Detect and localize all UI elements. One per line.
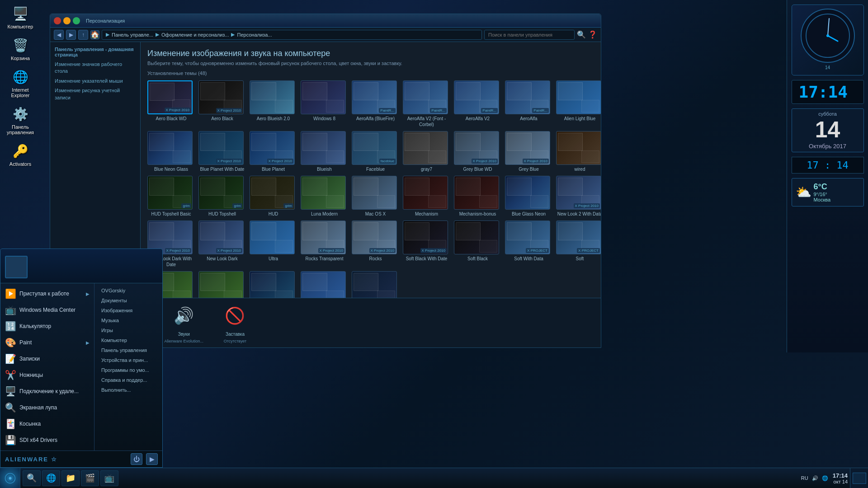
taskbar-item-media[interactable]: 🎬 bbox=[81, 470, 99, 486]
installed-themes-label: Установленные темы (48) bbox=[147, 70, 594, 76]
taskbar-clock[interactable]: 17:14 окт 14 bbox=[833, 472, 850, 484]
theme-item-aero-black[interactable]: X Project 2010 Aero Black bbox=[198, 80, 246, 127]
theme-item-blue-planet-date[interactable]: X Project 2010 Blue Planet With Date bbox=[198, 131, 246, 172]
sidebar-link-account[interactable]: Изменение рисунка учетной записи bbox=[55, 87, 136, 101]
sidebar-link-icons[interactable]: Изменение значков рабочего стола bbox=[55, 61, 136, 75]
theme-item-new-look-dark[interactable]: X Project 2010 New Look Dark bbox=[198, 221, 246, 267]
arrow-button[interactable]: ▶ bbox=[146, 453, 158, 465]
start-right-item-0[interactable]: OVGorskiy bbox=[99, 286, 158, 296]
theme-item-luna-modern[interactable]: Luna Modern bbox=[301, 176, 348, 217]
start-right-item-9[interactable]: Справка и поддер... bbox=[99, 375, 158, 385]
theme-item-blueish[interactable]: Blueish bbox=[301, 131, 348, 172]
start-item-solitaire[interactable]: 🃏 Косынка bbox=[0, 416, 94, 432]
theme-item-grey-blue[interactable]: X Project 2010 Grey Blue bbox=[505, 131, 552, 172]
desktop-icon-computer[interactable]: 🖥️ Компьютер bbox=[2, 5, 38, 29]
taskbar-item-explorer[interactable]: 📁 bbox=[61, 470, 80, 486]
theme-item-windows8-rtm-black[interactable]: Windows 8 RTM Black bbox=[352, 271, 399, 298]
home-icon[interactable]: 🏠 bbox=[90, 30, 99, 39]
desktop-icon-activators[interactable]: 🔑 Activators bbox=[2, 142, 38, 167]
start-right-item-3[interactable]: Музыка bbox=[99, 315, 158, 325]
theme-item-windows8[interactable]: Windows 8 bbox=[301, 80, 348, 127]
theme-item-rocks-transparent[interactable]: X Project 2010 Rocks Transparent bbox=[301, 221, 348, 267]
theme-item-aeroalfa-v2[interactable]: PaintR... AeroAlfa V2 bbox=[454, 80, 501, 127]
theme-name-wired: wired bbox=[556, 166, 601, 172]
up-button[interactable]: ↑ bbox=[78, 30, 88, 40]
theme-item-aeroalfa-v2-font[interactable]: PaintR... AeroAlfa V2 (Font - Corbel) bbox=[403, 80, 450, 127]
theme-item-mechanism[interactable]: Mechanism bbox=[403, 176, 450, 217]
start-item-start-work[interactable]: ▶️ Приступая к работе ▶ bbox=[0, 286, 94, 302]
help-icon[interactable]: ❓ bbox=[588, 30, 597, 39]
theme-item-alien-light-blue[interactable]: Alien Light Blue bbox=[556, 80, 601, 127]
desktop-icon-control[interactable]: ⚙️ Панель управления bbox=[2, 105, 38, 135]
back-button[interactable]: ◀ bbox=[54, 30, 64, 40]
search-icon[interactable]: 🔍 bbox=[577, 30, 586, 39]
theme-item-aero-black-wd[interactable]: X Project 2010 Aero Black WD bbox=[147, 80, 195, 127]
theme-item-soft[interactable]: X PROJECT Soft bbox=[556, 221, 601, 267]
start-item-calc[interactable]: 🔢 Калькулятор bbox=[0, 318, 94, 334]
taskbar-item-wmc[interactable]: 📺 bbox=[100, 470, 118, 486]
start-right-item-1[interactable]: Документы bbox=[99, 296, 158, 305]
window-close-button[interactable] bbox=[54, 17, 61, 24]
start-item-notes[interactable]: 📝 Записки bbox=[0, 351, 94, 367]
start-item-rdp[interactable]: 🖥️ Подключение к удале... bbox=[0, 383, 94, 399]
power-button[interactable]: ⏻ bbox=[131, 453, 142, 465]
theme-name-grey-blue: Grey Blue bbox=[505, 166, 552, 172]
search-input[interactable] bbox=[484, 30, 575, 40]
theme-item-hud-topshell-basic[interactable]: grim HUD Topshell Basic bbox=[147, 176, 195, 217]
sdi-icon: 💾 bbox=[5, 435, 16, 446]
theme-item-hud[interactable]: grim HUD bbox=[250, 176, 297, 217]
start-right-item-10[interactable]: Выполнить... bbox=[99, 385, 158, 395]
theme-item-new-look2-date[interactable]: X Project 2010 New Look 2 With Data bbox=[556, 176, 601, 217]
theme-item-spring[interactable]: X Project 2010 Spring bbox=[198, 271, 246, 298]
start-item-paint[interactable]: 🎨 Paint ▶ bbox=[0, 334, 94, 351]
window-maximize-button[interactable] bbox=[73, 17, 80, 24]
window-minimize-button[interactable] bbox=[63, 17, 71, 24]
theme-item-hud-topshell[interactable]: grim HUD Topshell bbox=[198, 176, 246, 217]
desktop-icon-ie[interactable]: 🌐 Internet Explorer bbox=[2, 68, 38, 98]
forward-button[interactable]: ▶ bbox=[66, 30, 76, 40]
theme-item-faceblue[interactable]: faceblue Faceblue bbox=[352, 131, 399, 172]
theme-item-sub-zero-sapphire[interactable]: Sub Zero Sapphire bbox=[250, 271, 297, 298]
theme-item-rocks[interactable]: X Project 2010 Rocks bbox=[352, 221, 399, 267]
theme-item-aero-blueish[interactable]: Aero Blueish 2.0 bbox=[250, 80, 297, 127]
theme-item-soft-with-data[interactable]: X PROJECT Soft With Data bbox=[505, 221, 552, 267]
start-right-item-2[interactable]: Изображения bbox=[99, 305, 158, 315]
theme-item-blue-planet[interactable]: X Project 2010 Blue Planet bbox=[250, 131, 297, 172]
network-tray-icon[interactable]: 🌐 bbox=[822, 475, 828, 481]
theme-item-blue-neon-glass[interactable]: Blue Neon Glass bbox=[147, 131, 195, 172]
start-item-sdi[interactable]: 💾 SDI x64 Drivers bbox=[0, 432, 94, 448]
start-item-magnifier[interactable]: 🔍 Экранная лупа bbox=[0, 399, 94, 416]
theme-item-windows10-theme1[interactable]: Windows 10 Theme 1 bbox=[301, 271, 348, 298]
theme-item-aeroalfa-bluefire[interactable]: PaintR... AeroAlfa (BlueFire) bbox=[352, 80, 399, 127]
theme-item-ultra[interactable]: Ultra bbox=[250, 221, 297, 267]
theme-thumb-soft-black-date: X Project 2010 bbox=[403, 221, 448, 254]
theme-item-gray7[interactable]: gray7 bbox=[403, 131, 450, 172]
start-right-item-8[interactable]: Программы по умо... bbox=[99, 365, 158, 375]
calc-label: Калькулятор bbox=[19, 323, 51, 329]
address-bar: ◀ ▶ ↑ 🏠 ▶ Панель управле... ▶ Оформление… bbox=[50, 28, 601, 42]
theme-item-blue-glass[interactable]: Blue Glass Neon bbox=[505, 176, 552, 217]
theme-item-wired[interactable]: wired bbox=[556, 131, 601, 172]
start-right-item-5[interactable]: Компьютер bbox=[99, 335, 158, 345]
theme-item-macosx[interactable]: Mac OS X bbox=[352, 176, 399, 217]
show-desktop-button[interactable] bbox=[850, 468, 868, 488]
taskbar-item-search[interactable]: 🔍 bbox=[23, 470, 41, 486]
theme-item-aeroalfa[interactable]: PaintR... AeroAlfa bbox=[505, 80, 552, 127]
calc-icon: 🔢 bbox=[5, 321, 16, 332]
start-right-item-6[interactable]: Панель управления bbox=[99, 345, 158, 355]
bottom-item-screensaver[interactable]: 🚫 Заставка Отсутствует bbox=[222, 302, 249, 343]
start-right-item-4[interactable]: Игры bbox=[99, 325, 158, 335]
theme-item-soft-black[interactable]: Soft Black bbox=[454, 221, 501, 267]
theme-item-soft-black-date[interactable]: X Project 2010 Soft Black With Date bbox=[403, 221, 450, 267]
taskbar-item-ie[interactable]: 🌐 bbox=[42, 470, 60, 486]
start-right-item-7[interactable]: Устройства и прин... bbox=[99, 355, 158, 365]
bottom-item-sounds[interactable]: 🔊 Звуки Alienware Evolution... bbox=[164, 302, 203, 343]
desktop-icon-recycle[interactable]: 🗑️ Корзина bbox=[2, 36, 38, 61]
theme-item-mechanism-bonus[interactable]: Mechanism-bonus bbox=[454, 176, 501, 217]
sidebar-link-mouse[interactable]: Изменение указателей мыши bbox=[55, 78, 136, 84]
theme-item-grey-blue-wd[interactable]: X Project 2010 Grey Blue WD bbox=[454, 131, 501, 172]
volume-tray-icon[interactable]: 🔊 bbox=[812, 475, 818, 481]
start-item-scissors[interactable]: ✂️ Ножницы bbox=[0, 367, 94, 383]
start-button[interactable] bbox=[0, 468, 20, 488]
start-item-media-center[interactable]: 📺 Windows Media Center bbox=[0, 302, 94, 318]
